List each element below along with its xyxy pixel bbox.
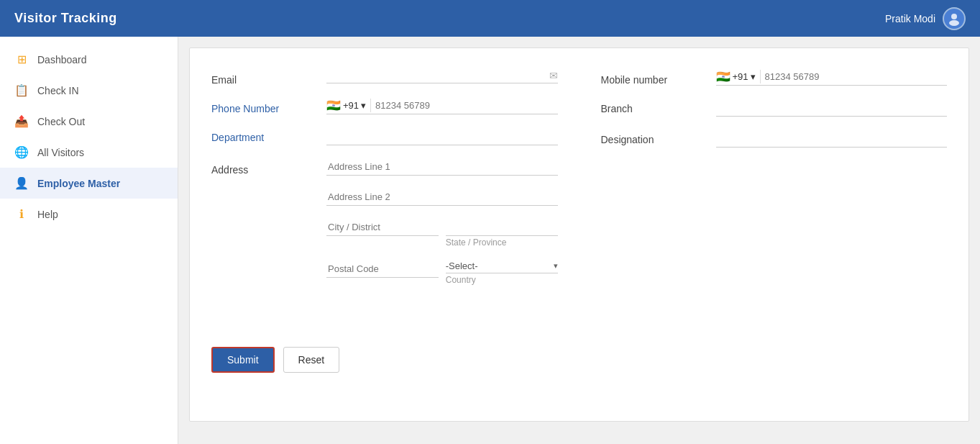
form-right: Mobile number 🇮🇳 +91 ▾ [601,70,948,311]
address-block: State / Province -Sel [326,158,558,298]
app-title: Visitor Tracking [14,11,117,26]
city-district-input[interactable] [326,219,439,236]
postal-code-col [326,260,439,285]
main-content: Email ✉ Phone Number [178,37,980,444]
dropdown-arrow-icon: ▾ [361,100,366,111]
department-input[interactable] [326,127,558,145]
dashboard-icon: ⊞ [14,53,29,66]
email-row: Email ✉ [211,70,558,86]
checkout-icon: 📤 [14,114,29,128]
sidebar-item-label: All Visitors [37,147,84,158]
designation-control [716,130,948,148]
state-province-label: State / Province [446,237,558,248]
employee-icon: 👤 [14,176,29,190]
submit-button[interactable]: Submit [211,347,275,373]
phone-flag-selector[interactable]: 🇮🇳 +91 ▾ [326,99,371,112]
visitors-icon: 🌐 [14,145,29,159]
reset-button[interactable]: Reset [283,347,340,373]
address-label: Address [211,158,326,176]
email-icon: ✉ [549,70,558,81]
branch-input[interactable] [716,99,948,117]
branch-row: Branch [601,99,948,117]
form-card: Email ✉ Phone Number [189,47,969,422]
mobile-input[interactable] [765,71,947,82]
sidebar-item-label: Employee Master [37,178,120,189]
sidebar: ⊞ Dashboard 📋 Check IN 📤 Check Out 🌐 All… [0,37,178,444]
india-flag-mobile: 🇮🇳 [716,70,731,83]
avatar [943,7,966,30]
country-label: Country [446,275,558,285]
mobile-control: 🇮🇳 +91 ▾ [716,70,948,86]
sidebar-item-help[interactable]: ℹ Help [0,199,178,230]
address-line2-input[interactable] [326,189,558,205]
select-arrow-icon: ▾ [554,261,558,271]
mobile-label: Mobile number [601,70,716,86]
sidebar-item-label: Dashboard [37,54,87,65]
address-line1-input[interactable] [326,158,558,175]
header: Visitor Tracking Pratik Modi [0,0,980,37]
mobile-dropdown-arrow-icon: ▾ [751,71,756,82]
sidebar-item-all-visitors[interactable]: 🌐 All Visitors [0,137,178,168]
phone-control: 🇮🇳 +91 ▾ [326,99,558,114]
sidebar-item-label: Help [37,209,58,220]
user-name: Pratik Modi [885,13,935,24]
mobile-row: Mobile number 🇮🇳 +91 ▾ [601,70,948,86]
email-control: ✉ [326,70,558,83]
svg-point-0 [951,14,957,19]
country-select[interactable]: -Select- [446,260,554,271]
department-row: Department [211,127,558,145]
designation-label: Designation [601,130,716,145]
phone-label: Phone Number [211,99,326,114]
address-row: Address [211,158,558,298]
mobile-flag-selector[interactable]: 🇮🇳 +91 ▾ [716,70,761,83]
mobile-phone-code: +91 [733,71,748,82]
designation-input[interactable] [716,130,948,148]
form-footer: Submit Reset [211,332,947,373]
header-user: Pratik Modi [885,7,966,30]
india-flag: 🇮🇳 [326,99,341,112]
department-label: Department [211,127,326,143]
form-left: Email ✉ Phone Number [211,70,558,311]
sidebar-item-label: Check IN [37,85,79,96]
email-input[interactable] [326,71,549,81]
branch-control [716,99,948,117]
phone-input[interactable] [375,100,557,111]
sidebar-item-checkout[interactable]: 📤 Check Out [0,106,178,137]
state-province-col: State / Province [446,219,558,248]
email-label: Email [211,70,326,86]
city-district-col [326,219,439,248]
phone-row: Phone Number 🇮🇳 +91 ▾ [211,99,558,114]
help-icon: ℹ [14,207,29,221]
department-control [326,127,558,145]
designation-row: Designation [601,130,948,148]
postal-code-input[interactable] [326,260,439,278]
svg-point-1 [949,20,959,26]
sidebar-item-dashboard[interactable]: ⊞ Dashboard [0,44,178,75]
country-col: -Select- ▾ Country [446,260,558,285]
sidebar-item-employee-master[interactable]: 👤 Employee Master [0,168,178,199]
sidebar-item-checkin[interactable]: 📋 Check IN [0,75,178,106]
state-province-input[interactable] [446,219,558,236]
branch-label: Branch [601,99,716,114]
phone-code: +91 [343,100,359,111]
checkin-icon: 📋 [14,83,29,97]
sidebar-item-label: Check Out [37,116,85,127]
